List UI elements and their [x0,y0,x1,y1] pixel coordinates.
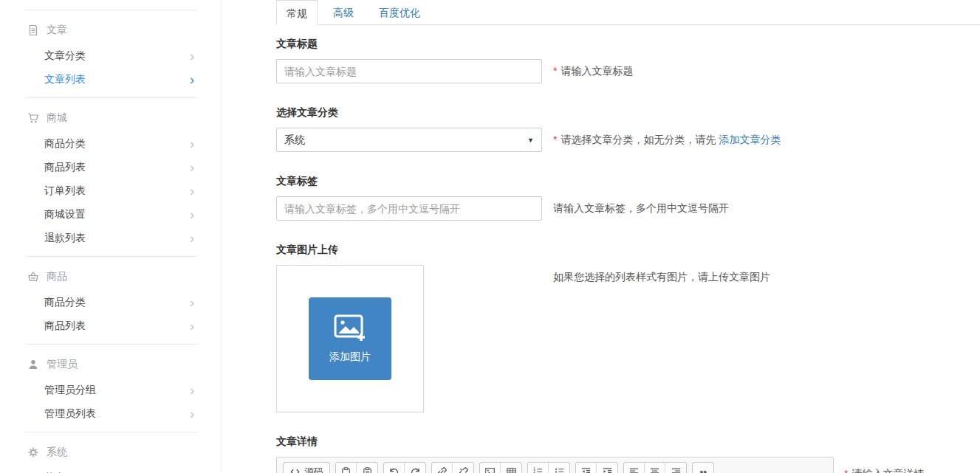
image-icon [484,466,496,473]
detail-label: 文章详情 [276,435,980,449]
decrease-indent-button[interactable] [576,463,597,473]
divider [26,97,196,98]
admin-user-icon [27,359,39,370]
sidebar-item-goods-list[interactable]: 商品列表 › [0,314,221,338]
sidebar-item-basic-info[interactable]: 基本信息 › [0,466,221,473]
nav-item-label: 商城设置 [44,208,86,221]
tab-general[interactable]: 常规 [276,0,318,25]
divider [26,10,196,10]
bulleted-list-button[interactable] [549,463,569,473]
hint-text: 请输入文章详情 [851,468,924,473]
chevron-right-icon: › [190,184,194,198]
align-center-button[interactable] [645,463,665,473]
tab-baidu-seo[interactable]: 百度优化 [369,0,430,25]
sidebar-item-admin-group[interactable]: 管理员分组 › [0,379,221,402]
form-group-tags: 文章标签 请输入文章标签，多个用中文逗号隔开 [276,175,980,221]
nav-item-label: 文章分类 [44,49,86,63]
category-hint: *请选择文章分类，如无分类，请先添加文章分类 [553,134,781,147]
align-left-button[interactable] [624,463,645,473]
align-right-button[interactable] [665,463,686,473]
section-label: 商品 [47,270,67,283]
source-label: 源码 [304,466,323,473]
hint-text: 请选择文章分类，如无分类，请先 [561,134,716,145]
blockquote-button[interactable]: ” [693,463,713,473]
paste-button[interactable] [336,463,357,473]
category-label: 选择文章分类 [276,106,980,120]
decrease-indent-icon [580,466,592,473]
nav-item-label: 退款列表 [44,232,86,245]
paste-text-button[interactable] [357,463,377,473]
sidebar-item-mall-goods-list[interactable]: 商品列表 › [0,156,221,179]
sidebar-item-order-list[interactable]: 订单列表 › [0,179,221,203]
undo-button[interactable] [384,463,405,473]
sidebar-item-refund-list[interactable]: 退款列表 › [0,227,221,250]
sidebar-section-article[interactable]: 文章 [0,16,221,44]
undo-icon [388,466,400,473]
align-center-icon [649,466,660,473]
app-root: 文章 文章分类 › 文章列表 › 商城 商品分类 › 商品列表 › 订单列表 › [0,0,980,473]
nav-item-label: 商品分类 [44,296,86,309]
sidebar-item-mall-settings[interactable]: 商城设置 › [0,203,221,227]
detail-hint: *请输入文章详情 [844,457,924,473]
main-content: 常规 高级 百度优化 文章标题 *请输入文章标题 选择文章分类 [222,0,980,473]
increase-indent-icon [602,466,613,473]
title-hint: *请输入文章标题 [553,65,633,78]
link-icon [436,466,448,473]
required-asterisk: * [844,468,848,473]
section-label: 管理员 [47,358,78,371]
sidebar-item-article-category[interactable]: 文章分类 › [0,44,221,68]
tab-bar: 常规 高级 百度优化 [276,0,980,25]
nav-item-label: 管理员列表 [44,407,96,421]
tags-label: 文章标签 [276,175,980,188]
unlink-button[interactable] [453,463,473,473]
sidebar-item-mall-goods-category[interactable]: 商品分类 › [0,132,221,156]
numbered-list-icon: 123 [532,466,544,473]
hint-text: 请输入文章标题 [561,65,633,77]
chevron-right-icon: › [190,320,194,333]
blockquote-icon: ” [699,466,707,473]
divider [26,256,196,257]
chevron-right-icon: › [190,232,194,245]
sidebar-item-goods-category[interactable]: 商品分类 › [0,291,221,314]
nav-item-label: 商品列表 [44,320,86,333]
article-title-input[interactable] [276,59,542,83]
numbered-list-button[interactable]: 123 [528,463,549,473]
insert-table-button[interactable] [501,463,521,473]
article-tags-input[interactable] [276,196,542,221]
chevron-right-icon: › [190,49,194,63]
link-button[interactable] [432,463,453,473]
sidebar-item-article-list[interactable]: 文章列表 › [0,68,221,92]
redo-button[interactable] [405,463,425,473]
table-icon [506,466,517,473]
sidebar-section-system[interactable]: 系统 [0,438,221,466]
nav-item-label: 管理员分组 [44,384,96,397]
tab-advanced[interactable]: 高级 [323,0,363,25]
category-select[interactable]: 系统 ▼ [276,128,542,152]
image-upload-dropzone[interactable]: 添加图片 [276,265,424,412]
sidebar-section-goods[interactable]: 商品 [0,263,221,291]
add-image-label: 添加图片 [329,351,371,364]
align-right-icon [671,466,682,473]
add-category-link[interactable]: 添加文章分类 [719,134,781,145]
add-image-button[interactable]: 添加图片 [309,297,391,380]
form-group-category: 选择文章分类 系统 ▼ *请选择文章分类，如无分类，请先添加文章分类 [276,106,980,152]
nav-item-label: 商品分类 [44,137,86,151]
hint-text: 请输入文章标签，多个用中文逗号隔开 [553,202,729,214]
insert-image-button[interactable] [480,463,501,473]
rich-text-editor: 源码 [276,457,834,473]
sidebar-section-mall[interactable]: 商城 [0,104,221,132]
image-hint: 如果您选择的列表样式有图片，请上传文章图片 [553,265,770,284]
sidebar-section-admin[interactable]: 管理员 [0,351,221,379]
increase-indent-button[interactable] [597,463,617,473]
chevron-right-icon: › [190,73,194,86]
hint-text: 如果您选择的列表样式有图片，请上传文章图片 [553,271,770,283]
source-button[interactable]: 源码 [284,463,329,473]
section-label: 文章 [47,24,67,37]
form-group-title: 文章标题 *请输入文章标题 [276,38,980,83]
nav-item-label: 文章列表 [44,73,86,86]
sidebar-item-admin-list[interactable]: 管理员列表 › [0,402,221,426]
caret-down-icon: ▼ [527,137,534,144]
divider [26,432,196,432]
required-asterisk: * [553,65,557,77]
editor-toolbar: 源码 [277,458,833,473]
